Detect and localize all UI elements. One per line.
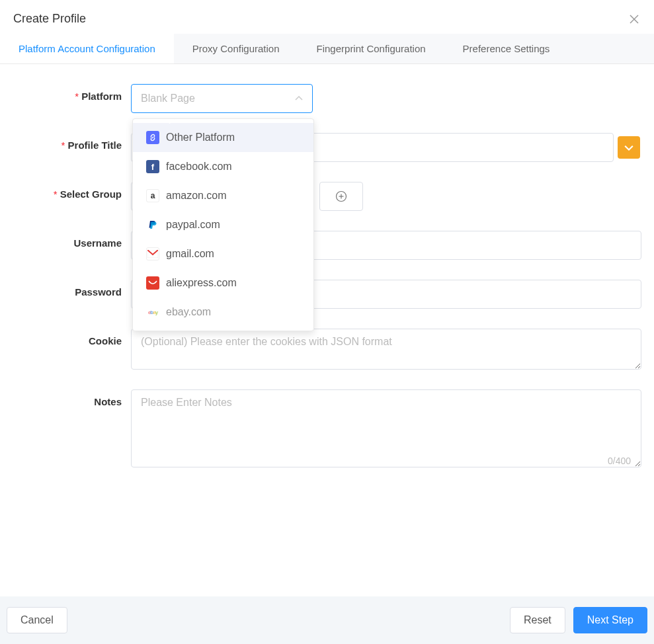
amazon-icon: a xyxy=(146,189,159,202)
cancel-button[interactable]: Cancel xyxy=(7,607,67,633)
next-step-button[interactable]: Next Step xyxy=(573,607,647,633)
platform-placeholder: Blank Page xyxy=(141,93,195,104)
dropdown-option-amazon[interactable]: a amazon.com xyxy=(133,181,313,210)
label-platform: Platform xyxy=(12,84,131,102)
dropdown-label: facebook.com xyxy=(166,161,232,173)
profile-title-expand-button[interactable] xyxy=(618,136,640,159)
dropdown-label: ebay.com xyxy=(166,306,211,318)
facebook-icon: f xyxy=(146,160,159,173)
modal-title: Create Profile xyxy=(13,12,86,26)
tab-platform-account[interactable]: Platform Account Configuration xyxy=(0,34,174,63)
modal-footer: Cancel Reset Next Step xyxy=(0,596,654,644)
label-password: Password xyxy=(12,280,131,298)
ebay-icon: ebay xyxy=(146,305,159,319)
dropdown-option-gmail[interactable]: gmail.com xyxy=(133,239,313,268)
tab-proxy[interactable]: Proxy Configuration xyxy=(174,34,298,63)
cookie-textarea[interactable] xyxy=(131,329,641,370)
row-profile-title: Profile Title xyxy=(12,133,642,162)
modal-header: Create Profile xyxy=(0,0,654,34)
paypal-icon xyxy=(146,218,159,231)
chevron-down-icon xyxy=(624,144,634,151)
close-icon xyxy=(629,14,639,24)
reset-button[interactable]: Reset xyxy=(510,607,565,633)
add-group-button[interactable] xyxy=(319,182,363,211)
row-username: Username xyxy=(12,231,642,260)
row-password: Password xyxy=(12,280,642,309)
row-select-group: Select Group xyxy=(12,182,642,211)
label-select-group: Select Group xyxy=(12,182,131,200)
dropdown-label: aliexpress.com xyxy=(166,277,237,289)
aliexpress-icon xyxy=(146,276,159,290)
row-platform: Platform Blank Page xyxy=(12,84,642,113)
tab-bar: Platform Account Configuration Proxy Con… xyxy=(0,34,654,64)
dropdown-option-other[interactable]: Other Platform xyxy=(133,123,313,152)
row-notes: Notes 0/400 xyxy=(12,389,642,470)
platform-select[interactable]: Blank Page xyxy=(131,84,313,113)
label-notes: Notes xyxy=(12,389,131,407)
plus-circle-icon xyxy=(335,190,347,202)
chevron-up-icon xyxy=(295,94,303,103)
label-cookie: Cookie xyxy=(12,329,131,346)
close-button[interactable] xyxy=(628,13,641,26)
dropdown-label: Other Platform xyxy=(166,132,235,143)
platform-dropdown: Other Platform f facebook.com a amazon.c… xyxy=(132,118,314,331)
dropdown-option-facebook[interactable]: f facebook.com xyxy=(133,152,313,181)
row-cookie: Cookie xyxy=(12,329,642,370)
link-icon xyxy=(146,131,159,144)
notes-char-counter: 0/400 xyxy=(608,456,631,466)
dropdown-option-paypal[interactable]: paypal.com xyxy=(133,210,313,239)
tab-preference[interactable]: Preference Settings xyxy=(444,34,569,63)
label-username: Username xyxy=(12,231,131,249)
label-profile-title: Profile Title xyxy=(12,133,131,151)
gmail-icon xyxy=(146,247,159,261)
notes-textarea[interactable] xyxy=(131,389,641,467)
dropdown-label: paypal.com xyxy=(166,219,220,231)
dropdown-option-ebay[interactable]: ebay ebay.com xyxy=(133,298,313,327)
form-body: Platform Blank Page Profile Title Select… xyxy=(0,64,654,503)
dropdown-label: amazon.com xyxy=(166,190,227,202)
dropdown-label: gmail.com xyxy=(166,248,214,260)
dropdown-option-aliexpress[interactable]: aliexpress.com xyxy=(133,268,313,298)
tab-fingerprint[interactable]: Fingerprint Configuration xyxy=(298,34,444,63)
